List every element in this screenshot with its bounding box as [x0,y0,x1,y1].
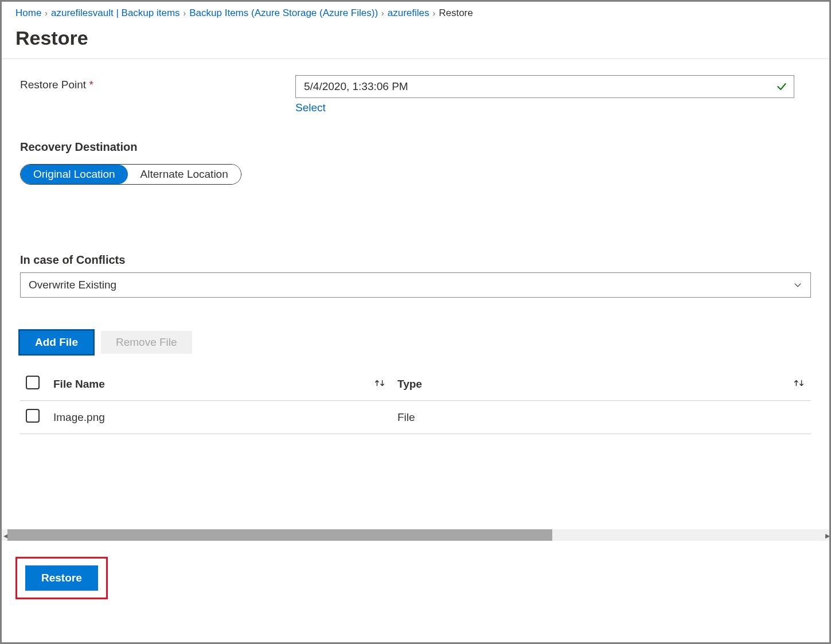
breadcrumb-link-azurefiles[interactable]: azurefiles [388,7,430,19]
breadcrumb-current: Restore [439,7,473,19]
scrollbar-thumb[interactable] [7,529,552,541]
breadcrumb-link-backup-items[interactable]: Backup Items (Azure Storage (Azure Files… [189,7,378,19]
restore-point-label-text: Restore Point [20,79,86,91]
chevron-right-icon: › [433,9,436,18]
col-header-type-label: Type [397,378,422,390]
conflicts-select[interactable]: Overwrite Existing [20,272,811,298]
remove-file-button: Remove File [101,331,192,354]
recovery-destination-toggle: Original Location Alternate Location [20,164,241,185]
pill-alternate-location[interactable]: Alternate Location [128,165,241,184]
restore-button[interactable]: Restore [25,565,98,591]
restore-point-row: Restore Point * Select [20,75,811,114]
col-header-file-name-label: File Name [53,378,105,390]
add-file-button[interactable]: Add File [20,331,93,354]
cell-type: File [392,401,811,434]
col-header-file-name[interactable]: File Name [48,368,392,401]
chevron-right-icon: › [381,9,384,18]
cell-file-name: Image.png [48,401,392,434]
conflicts-label: In case of Conflicts [20,253,811,267]
scroll-right-icon[interactable]: ▶ [824,532,829,538]
chevron-right-icon: › [45,9,48,18]
breadcrumb-link-home[interactable]: Home [15,7,41,19]
checkmark-icon [776,81,787,92]
file-toolbar: Add File Remove File [20,331,811,354]
restore-point-input[interactable] [295,75,794,98]
chevron-down-icon [793,280,802,290]
table-row[interactable]: Image.png File [20,401,811,434]
row-checkbox[interactable] [26,409,40,423]
select-restore-point-link[interactable]: Select [295,102,326,114]
page-title: Restore [15,27,816,49]
restore-point-label: Restore Point * [20,75,295,91]
required-mark: * [89,79,93,91]
breadcrumb-link-vault[interactable]: azurefilesvault | Backup items [51,7,180,19]
breadcrumb: Home › azurefilesvault | Backup items › … [2,2,829,24]
horizontal-scrollbar[interactable]: ◀ ▶ [2,529,829,541]
recovery-destination-label: Recovery Destination [20,140,811,154]
chevron-right-icon: › [184,9,186,18]
restore-highlight-box: Restore [15,557,108,599]
sort-icon [793,378,805,388]
conflicts-selected-value: Overwrite Existing [29,279,116,291]
pill-original-location[interactable]: Original Location [21,165,128,184]
sort-icon [373,378,386,388]
title-bar: Restore [2,24,829,59]
col-header-type[interactable]: Type [392,368,811,401]
select-all-checkbox[interactable] [26,376,40,389]
scroll-left-icon[interactable]: ◀ [2,532,7,538]
files-table: File Name Type [20,368,811,434]
footer: Restore [2,541,829,615]
